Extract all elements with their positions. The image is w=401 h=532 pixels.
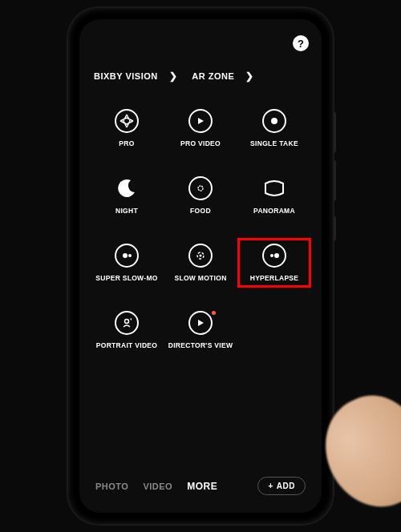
mode-label: PRO [119, 139, 134, 147]
moon-icon [115, 176, 139, 200]
mode-grid: PRO PRO VIDEO SINGLE TAKE NIGHT [91, 106, 310, 353]
svg-rect-7 [274, 253, 279, 258]
super-slow-mo-icon [115, 244, 139, 268]
mode-food[interactable]: FOOD [166, 173, 235, 218]
play-icon [188, 109, 213, 133]
svg-point-5 [200, 255, 202, 257]
svg-rect-2 [123, 253, 128, 258]
mode-night[interactable]: NIGHT [92, 173, 161, 218]
panorama-icon [262, 176, 286, 200]
food-icon [188, 176, 213, 200]
mode-label: PORTRAIT VIDEO [96, 341, 157, 349]
svg-point-1 [198, 186, 203, 191]
bixby-vision-label: BIXBY VISION [94, 71, 158, 81]
ar-zone-label: AR ZONE [192, 71, 234, 81]
dot-icon [262, 109, 286, 133]
volume-down-button [334, 160, 336, 200]
mode-panorama[interactable]: PANORAMA [240, 173, 309, 218]
hyperlapse-icon [262, 244, 286, 268]
mode-label: NIGHT [115, 207, 138, 215]
chevron-right-icon: ❯ [245, 71, 254, 82]
mode-label: SLOW MOTION [174, 274, 226, 282]
mode-label: FOOD [190, 207, 211, 215]
svg-point-0 [271, 118, 277, 124]
add-label: ADD [277, 482, 295, 490]
mode-super-slow-mo[interactable]: SUPER SLOW-MO [92, 240, 161, 285]
directors-view-icon [188, 311, 213, 335]
tab-photo[interactable]: PHOTO [95, 482, 128, 491]
mode-portrait-video[interactable]: PORTRAIT VIDEO [92, 308, 161, 353]
aperture-icon [115, 109, 139, 133]
mode-label: DIRECTOR'S VIEW [168, 341, 233, 349]
mode-label: SINGLE TAKE [250, 139, 298, 147]
mode-label: PRO VIDEO [180, 139, 221, 147]
mode-hyperlapse[interactable]: HYPERLAPSE [240, 240, 309, 285]
slow-motion-icon [188, 244, 213, 268]
mode-pro-video[interactable]: PRO VIDEO [166, 106, 235, 151]
tab-video[interactable]: VIDEO [143, 482, 172, 491]
help-icon[interactable]: ? [293, 35, 309, 51]
plus-icon: + [268, 482, 273, 490]
mode-pro[interactable]: PRO [92, 106, 161, 151]
power-button [334, 216, 336, 240]
camera-more-screen: ? BIXBY VISION ❯ AR ZONE ❯ PRO [79, 19, 322, 513]
mode-label: SUPER SLOW-MO [95, 274, 157, 282]
chevron-right-icon: ❯ [169, 71, 178, 82]
tab-more[interactable]: MORE [187, 481, 217, 492]
bixby-vision-button[interactable]: BIXBY VISION ❯ [94, 71, 177, 82]
phone-frame: ? BIXBY VISION ❯ AR ZONE ❯ PRO [68, 8, 333, 524]
svg-point-3 [128, 254, 132, 257]
portrait-video-icon [115, 311, 139, 335]
mode-single-take[interactable]: SINGLE TAKE [240, 106, 309, 151]
volume-up-button [334, 112, 336, 152]
mode-label: HYPERLAPSE [250, 274, 299, 282]
mode-directors-view[interactable]: DIRECTOR'S VIEW [166, 308, 235, 353]
top-feature-row: BIXBY VISION ❯ AR ZONE ❯ [91, 71, 310, 82]
new-indicator-dot [212, 311, 216, 315]
mode-label: PANORAMA [253, 207, 295, 215]
mode-slow-motion[interactable]: SLOW MOTION [166, 240, 235, 285]
svg-point-6 [270, 254, 273, 257]
svg-point-8 [125, 320, 129, 324]
ar-zone-button[interactable]: AR ZONE ❯ [192, 71, 254, 82]
bottom-mode-bar: PHOTO VIDEO MORE + ADD [91, 470, 310, 502]
add-button[interactable]: + ADD [257, 477, 306, 495]
